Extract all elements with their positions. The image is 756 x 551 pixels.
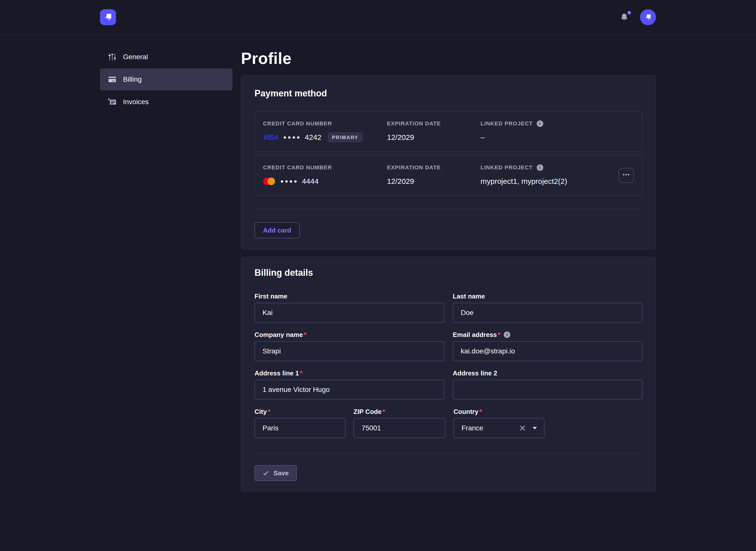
section-divider — [254, 209, 643, 209]
cc-number-value: VISA •••• 4242 PRIMARY — [263, 132, 387, 142]
field-label-text: Email address — [453, 331, 497, 339]
cc-linked-label-text: LINKED PROJECT — [481, 120, 533, 127]
strapi-mark-icon — [644, 13, 653, 22]
last-name-input[interactable] — [453, 303, 643, 323]
bell-icon — [620, 13, 628, 21]
field-label-text: Address line 1 — [254, 369, 299, 377]
settings-sidebar: General Billing $ — [100, 46, 233, 113]
cc-expiration-cell: EXPIRATION DATE 12/2029 — [387, 120, 481, 142]
notifications-button[interactable] — [620, 12, 629, 22]
cc-linked-value: – — [481, 132, 618, 142]
billing-details-card: Billing details First name Last name — [241, 257, 656, 492]
billing-form-grid: First name Last name Company name * — [254, 292, 643, 400]
credit-card-row-visa: CREDIT CARD NUMBER VISA •••• 4242 PRIMAR… — [254, 111, 643, 152]
cc-expiration-value: 12/2029 — [387, 132, 481, 142]
info-icon[interactable]: i — [537, 120, 543, 127]
notification-dot — [627, 11, 631, 14]
payment-method-card: Payment method CREDIT CARD NUMBER VISA •… — [241, 75, 656, 250]
check-icon — [262, 470, 269, 476]
user-avatar[interactable] — [640, 9, 656, 25]
required-asterisk: * — [498, 331, 500, 339]
cc-number-label: CREDIT CARD NUMBER — [263, 120, 387, 127]
cc-number-label: CREDIT CARD NUMBER — [263, 164, 387, 171]
first-name-label: First name — [254, 292, 444, 300]
city-input[interactable] — [254, 418, 345, 438]
topbar-actions — [620, 9, 656, 25]
field-label-text: Address line 2 — [453, 369, 497, 377]
address-line2-input[interactable] — [453, 380, 643, 400]
info-icon[interactable]: i — [504, 332, 510, 338]
page-layout: General Billing $ — [0, 35, 756, 492]
mastercard-logo — [263, 177, 275, 185]
ellipsis-icon: ••• — [623, 172, 630, 177]
last-name-label: Last name — [453, 292, 643, 300]
country-select[interactable]: France — [454, 418, 544, 438]
required-asterisk: * — [304, 331, 306, 339]
first-name-input[interactable] — [254, 303, 444, 323]
card-last4: 4444 — [302, 176, 319, 186]
card-menu-button[interactable]: ••• — [618, 168, 634, 183]
sidebar-item-invoices[interactable]: $ Invoices — [100, 91, 233, 113]
address-line1-input[interactable] — [254, 380, 444, 400]
address-line2-field: Address line 2 — [453, 369, 643, 400]
country-selected-value: France — [462, 424, 519, 432]
email-field: Email address * i — [453, 331, 643, 361]
first-name-field: First name — [254, 292, 444, 323]
field-label-text: Company name — [254, 331, 303, 339]
dropdown-toggle-button[interactable] — [532, 426, 537, 430]
form-divider — [254, 454, 643, 454]
field-label-text: Country — [454, 408, 479, 416]
card-last4: 4242 — [305, 132, 321, 142]
top-navigation-bar — [0, 0, 756, 35]
company-name-input[interactable] — [254, 341, 444, 361]
sidebar-item-billing[interactable]: Billing — [100, 68, 233, 90]
cc-number-cell: CREDIT CARD NUMBER VISA •••• 4242 PRIMAR… — [263, 120, 387, 142]
svg-text:$: $ — [108, 98, 110, 101]
sidebar-item-label: General — [123, 53, 148, 61]
sidebar-item-general[interactable]: General — [100, 46, 233, 68]
cc-linked-cell: LINKED PROJECT i myproject1, myproject2(… — [481, 164, 618, 186]
field-label-text: City — [254, 408, 267, 416]
strapi-mark-icon — [102, 12, 113, 23]
cc-linked-cell: LINKED PROJECT i – — [481, 120, 618, 142]
masked-digits: •••• — [283, 134, 301, 141]
save-button-label: Save — [273, 469, 289, 477]
address-line1-label: Address line 1 * — [254, 369, 444, 377]
zip-code-label: ZIP Code * — [353, 408, 446, 416]
cc-expiration-label: EXPIRATION DATE — [387, 120, 481, 127]
sidebar-item-label: Invoices — [123, 98, 149, 106]
required-asterisk: * — [383, 408, 385, 416]
cc-linked-value: myproject1, myproject2(2) — [481, 176, 618, 186]
clear-selection-button[interactable] — [519, 425, 525, 431]
country-label: Country * — [454, 408, 544, 416]
zip-code-input[interactable] — [353, 418, 446, 438]
strapi-logo[interactable] — [100, 9, 116, 25]
city-label: City * — [254, 408, 345, 416]
field-label-text: Last name — [453, 292, 485, 300]
cc-expiration-value: 12/2029 — [387, 176, 481, 186]
chevron-down-icon — [532, 426, 537, 430]
save-button[interactable]: Save — [254, 465, 297, 481]
info-icon[interactable]: i — [537, 164, 543, 171]
cc-number-value: •••• 4444 — [263, 176, 387, 186]
cc-expiration-label: EXPIRATION DATE — [387, 164, 481, 171]
sidebar-item-label: Billing — [123, 75, 142, 83]
city-field: City * — [254, 408, 345, 438]
address-line1-field: Address line 1 * — [254, 369, 444, 400]
email-input[interactable] — [453, 341, 643, 361]
required-asterisk: * — [268, 408, 270, 416]
zip-code-field: ZIP Code * — [353, 408, 446, 438]
masked-digits: •••• — [280, 178, 298, 185]
visa-logo: VISA — [263, 132, 278, 142]
sliders-icon — [108, 53, 116, 61]
close-icon — [519, 425, 525, 431]
field-label-text: ZIP Code — [353, 408, 382, 416]
email-label: Email address * i — [453, 331, 643, 339]
city-zip-country-row: City * ZIP Code * Country * — [254, 408, 643, 438]
credit-card-icon — [108, 75, 116, 84]
required-asterisk: * — [480, 408, 482, 416]
last-name-field: Last name — [453, 292, 643, 323]
cc-linked-label: LINKED PROJECT i — [481, 164, 618, 171]
payment-method-title: Payment method — [254, 87, 643, 99]
add-card-button[interactable]: Add card — [254, 222, 300, 238]
